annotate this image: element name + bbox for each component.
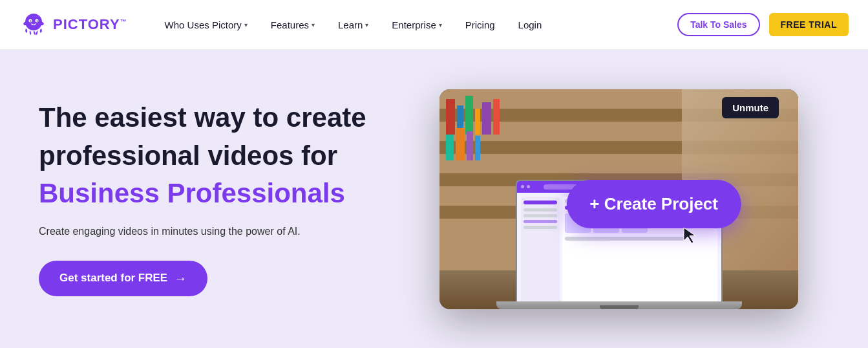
navbar: PICTORY™ Who Uses Pictory ▾ Features ▾ L… bbox=[0, 0, 868, 50]
chevron-down-icon: ▾ bbox=[365, 21, 368, 28]
talk-to-sales-button[interactable]: Talk To Sales bbox=[677, 13, 759, 36]
logo[interactable]: PICTORY™ bbox=[19, 10, 127, 39]
nav-links: Who Uses Pictory ▾ Features ▾ Learn ▾ En… bbox=[153, 0, 678, 50]
svg-point-3 bbox=[30, 21, 32, 22]
cta-label: Get started for FREE bbox=[59, 272, 167, 285]
free-trial-button[interactable]: FREE TRIAL bbox=[769, 13, 849, 36]
laptop-base bbox=[496, 301, 742, 309]
hero-heading-purple: Business Professionals bbox=[39, 177, 401, 210]
chevron-down-icon: ▾ bbox=[439, 21, 442, 28]
hero-subtext: Create engaging videos in minutes using … bbox=[39, 226, 401, 237]
chevron-down-icon: ▾ bbox=[312, 21, 315, 28]
laptop-mockup: + Create Project Unmute bbox=[439, 89, 798, 309]
nav-item-features[interactable]: Features ▾ bbox=[259, 0, 326, 50]
nav-item-pricing[interactable]: Pricing bbox=[454, 0, 507, 50]
nav-right: Talk To Sales FREE TRIAL bbox=[677, 13, 849, 36]
logo-icon bbox=[19, 10, 48, 39]
chevron-down-icon: ▾ bbox=[244, 21, 248, 28]
hero-right: + Create Project Unmute bbox=[439, 89, 798, 309]
hero-heading-line2: professional videos for bbox=[39, 140, 401, 172]
arrow-icon: → bbox=[174, 271, 187, 286]
nav-item-login[interactable]: Login bbox=[507, 0, 554, 50]
svg-point-4 bbox=[37, 21, 38, 22]
hero-cta-button[interactable]: Get started for FREE → bbox=[39, 261, 207, 296]
screen-sidebar bbox=[521, 197, 560, 304]
nav-item-who-uses[interactable]: Who Uses Pictory ▾ bbox=[153, 0, 259, 50]
nav-item-learn[interactable]: Learn ▾ bbox=[326, 0, 380, 50]
cursor-icon bbox=[683, 226, 698, 247]
create-project-bubble: + Create Project bbox=[566, 180, 741, 228]
hero-left: The easiest way to create professional v… bbox=[39, 102, 401, 296]
nav-item-enterprise[interactable]: Enterprise ▾ bbox=[380, 0, 453, 50]
logo-text: PICTORY™ bbox=[53, 16, 127, 33]
unmute-button[interactable]: Unmute bbox=[722, 97, 779, 118]
hero-heading-line1: The easiest way to create bbox=[39, 102, 401, 134]
laptop-notch bbox=[600, 305, 639, 309]
hero-section: The easiest way to create professional v… bbox=[0, 50, 868, 348]
